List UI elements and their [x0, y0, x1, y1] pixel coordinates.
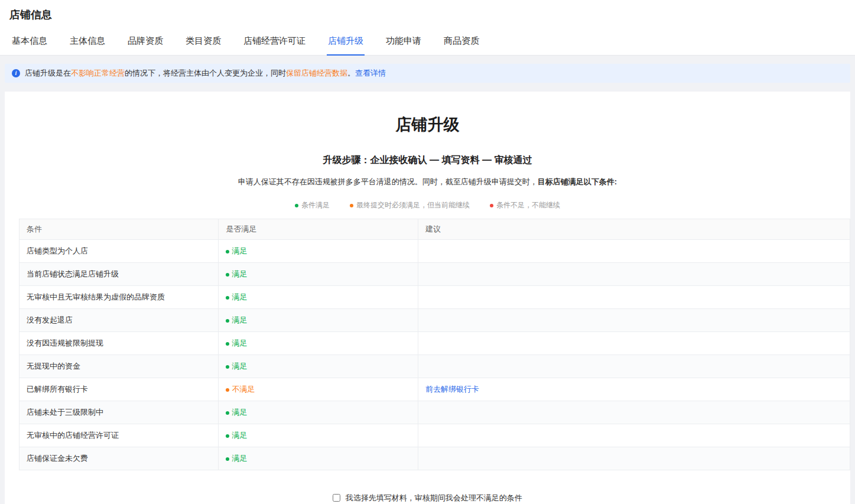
- column-header-condition: 条件: [19, 219, 219, 240]
- table-row: 无提现中的资金满足: [19, 355, 850, 378]
- orange-dot-icon: [350, 204, 353, 207]
- status-cell: 满足: [219, 332, 418, 355]
- status-text: 满足: [232, 339, 247, 347]
- legend-label: 最终提交时必须满足，但当前能继续: [356, 200, 470, 210]
- status-text: 满足: [232, 316, 247, 324]
- suggestion-cell: [418, 447, 850, 470]
- status-dot-icon: [226, 342, 229, 346]
- suggestion-cell: 前去解绑银行卡: [418, 378, 850, 401]
- steps-heading: 升级步骤：企业接收确认 — 填写资料 — 审核通过: [5, 154, 850, 167]
- legend-item-satisfied: 条件满足: [295, 200, 330, 210]
- info-icon: i: [12, 69, 20, 77]
- status-text: 满足: [232, 362, 247, 370]
- description-normal: 申请人保证其不存在因违规被拼多多平台清退的情况。同时，截至店铺升级申请提交时，: [238, 177, 538, 186]
- suggestion-cell: [418, 424, 850, 447]
- status-text: 满足: [232, 292, 247, 301]
- red-dot-icon: [490, 204, 493, 207]
- status-legend: 条件满足 最终提交时必须满足，但当前能继续 条件不足，不能继续: [5, 200, 850, 210]
- status-text: 满足: [232, 246, 247, 255]
- condition-cell: 没有因违规被限制提现: [19, 332, 219, 355]
- condition-cell: 店铺未处于三级限制中: [19, 401, 219, 424]
- suggestion-link[interactable]: 前去解绑银行卡: [425, 385, 479, 394]
- tab-product-qualification[interactable]: 商品资质: [443, 28, 480, 56]
- agree-checkbox[interactable]: [333, 494, 340, 502]
- legend-label: 条件满足: [301, 200, 330, 210]
- tab-category-qualification[interactable]: 类目资质: [184, 28, 222, 56]
- banner-highlight-1: 不影响正常经营: [71, 69, 125, 77]
- condition-cell: 无提现中的资金: [19, 355, 219, 378]
- status-dot-icon: [226, 319, 229, 323]
- status-dot-icon: [226, 296, 229, 300]
- table-header-row: 条件 是否满足 建议: [19, 219, 850, 240]
- banner-text: 店铺升级是在不影响正常经营的情况下，将经营主体由个人变更为企业，同时保留店铺经营…: [25, 68, 386, 79]
- tab-basic-info[interactable]: 基本信息: [11, 28, 48, 56]
- legend-item-must-satisfy-later: 最终提交时必须满足，但当前能继续: [350, 200, 470, 210]
- conditions-table: 条件 是否满足 建议 店铺类型为个人店满足当前店铺状态满足店铺升级满足无审核中且…: [19, 219, 850, 470]
- suggestion-cell: [418, 355, 850, 378]
- table-row: 无审核中的店铺经营许可证满足: [19, 424, 850, 447]
- upgrade-card: 店铺升级 升级步骤：企业接收确认 — 填写资料 — 审核通过 申请人保证其不存在…: [5, 92, 850, 504]
- page-title: 店铺信息: [9, 8, 846, 22]
- status-text: 不满足: [232, 385, 255, 394]
- table-row: 店铺保证金未欠费满足: [19, 447, 850, 470]
- status-dot-icon: [226, 434, 229, 438]
- condition-cell: 店铺类型为个人店: [19, 240, 219, 263]
- banner-text-3: 。: [347, 69, 355, 77]
- suggestion-cell: [418, 309, 850, 332]
- agree-checkbox-text: 我选择先填写材料，审核期间我会处理不满足的条件: [346, 493, 522, 502]
- status-dot-icon: [226, 411, 229, 415]
- view-details-link[interactable]: 查看详情: [355, 69, 386, 77]
- tab-feature-application[interactable]: 功能申请: [385, 28, 422, 56]
- checkbox-row: 我选择先填写材料，审核期间我会处理不满足的条件: [5, 493, 850, 503]
- description-bold: 目标店铺满足以下条件:: [538, 177, 617, 186]
- status-dot-icon: [226, 250, 229, 253]
- status-cell: 满足: [219, 355, 418, 378]
- table-row: 当前店铺状态满足店铺升级满足: [19, 263, 850, 286]
- status-text: 满足: [232, 454, 247, 463]
- tab-brand-qualification[interactable]: 品牌资质: [126, 28, 164, 56]
- info-banner: i 店铺升级是在不影响正常经营的情况下，将经营主体由个人变更为企业，同时保留店铺…: [5, 64, 850, 83]
- card-title: 店铺升级: [5, 92, 850, 135]
- status-cell: 满足: [219, 447, 418, 470]
- tab-shop-upgrade[interactable]: 店铺升级: [327, 28, 365, 56]
- suggestion-cell: [418, 286, 850, 309]
- column-header-suggestion: 建议: [418, 219, 850, 240]
- status-text: 满足: [232, 269, 247, 278]
- banner-text-2: 的情况下，将经营主体由个人变更为企业，同时: [125, 69, 286, 77]
- status-cell: 满足: [219, 240, 418, 263]
- status-cell: 满足: [219, 286, 418, 309]
- tab-subject-info[interactable]: 主体信息: [69, 28, 106, 56]
- agree-checkbox-label[interactable]: 我选择先填写材料，审核期间我会处理不满足的条件: [333, 493, 522, 502]
- table-row: 没有发起退店满足: [19, 309, 850, 332]
- condition-cell: 无审核中的店铺经营许可证: [19, 424, 219, 447]
- status-dot-icon: [226, 457, 229, 461]
- condition-cell: 当前店铺状态满足店铺升级: [19, 263, 219, 286]
- page-header: 店铺信息: [0, 0, 855, 28]
- status-dot-icon: [226, 365, 229, 369]
- table-row: 已解绑所有银行卡不满足前去解绑银行卡: [19, 378, 850, 401]
- banner-text-1: 店铺升级是在: [25, 69, 71, 77]
- status-cell: 不满足: [219, 378, 418, 401]
- status-dot-icon: [226, 388, 229, 392]
- table-row: 没有因违规被限制提现满足: [19, 332, 850, 355]
- column-header-satisfied: 是否满足: [219, 219, 418, 240]
- status-text: 满足: [232, 408, 247, 417]
- suggestion-cell: [418, 240, 850, 263]
- condition-cell: 已解绑所有银行卡: [19, 378, 219, 401]
- guarantee-description: 申请人保证其不存在因违规被拼多多平台清退的情况。同时，截至店铺升级申请提交时，目…: [5, 177, 850, 187]
- banner-highlight-2: 保留店铺经营数据: [286, 69, 347, 77]
- suggestion-cell: [418, 263, 850, 286]
- tab-bar: 基本信息 主体信息 品牌资质 类目资质 店铺经营许可证 店铺升级 功能申请 商品…: [0, 28, 855, 56]
- condition-cell: 没有发起退店: [19, 309, 219, 332]
- legend-label: 条件不足，不能继续: [496, 200, 560, 210]
- suggestion-cell: [418, 332, 850, 355]
- tab-business-license[interactable]: 店铺经营许可证: [242, 28, 307, 56]
- legend-item-cannot-continue: 条件不足，不能继续: [490, 200, 560, 210]
- status-dot-icon: [226, 273, 229, 277]
- suggestion-cell: [418, 401, 850, 424]
- condition-cell: 无审核中且无审核结果为虚假的品牌资质: [19, 286, 219, 309]
- status-cell: 满足: [219, 263, 418, 286]
- screen: 店铺信息 基本信息 主体信息 品牌资质 类目资质 店铺经营许可证 店铺升级 功能…: [0, 0, 855, 504]
- status-cell: 满足: [219, 401, 418, 424]
- status-cell: 满足: [219, 309, 418, 332]
